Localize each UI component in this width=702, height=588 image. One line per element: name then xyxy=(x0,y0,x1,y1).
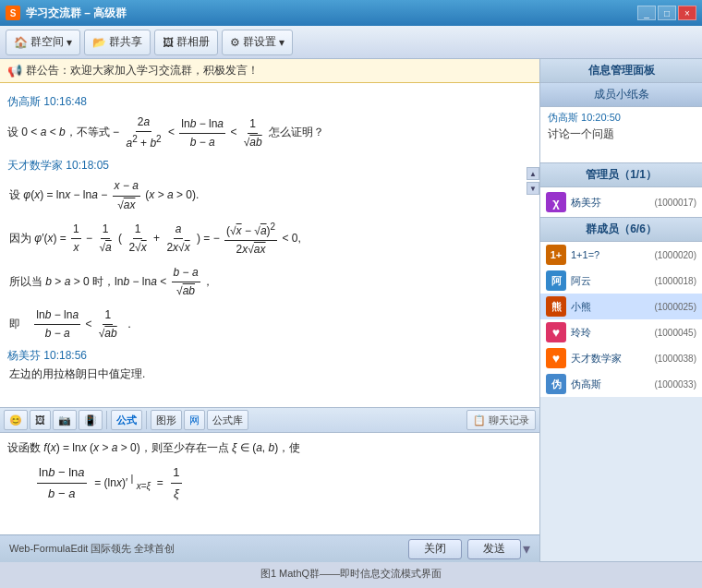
member-id-1: (1000018) xyxy=(654,276,696,286)
title-bar-left: S 学习交流群 – 高级群 xyxy=(6,6,127,21)
separator-1 xyxy=(106,411,107,429)
announcement-bar: 📢 群公告：欢迎大家加入学习交流群，积极发言！ xyxy=(0,59,539,83)
caption: 图1 MathQ群——即时信息交流模式界面 xyxy=(0,562,702,584)
chat-log-icon: 📋 xyxy=(473,414,486,426)
admin-section: 管理员（1/1） χ 杨美芬 (1000017) xyxy=(540,163,702,218)
info-management-title: 信息管理面板 xyxy=(540,59,702,83)
member-name-1: 阿云 xyxy=(571,274,649,288)
settings-dropdown-icon: ▾ xyxy=(279,36,284,49)
msg-content-2: 设 φ(x) = lnx − lna − x − a √ax (x > a > … xyxy=(9,177,532,342)
home-icon: 🏠 xyxy=(14,36,28,49)
input-content: 设函数 f(x) = lnx (x > a > 0)，则至少存在一点 ξ ∈ (… xyxy=(7,438,532,505)
member-item-0[interactable]: 1+ 1+1=? (1000020) xyxy=(540,242,702,268)
member-avatar-4: ♥ xyxy=(546,348,566,368)
image-button[interactable]: 🖼 xyxy=(30,410,51,430)
member-name-5: 伪高斯 xyxy=(571,378,649,391)
info-text: 讨论一个问题 xyxy=(548,126,695,142)
screenshot-button[interactable]: 📷 xyxy=(53,410,77,430)
member-id-4: (1000038) xyxy=(654,354,696,364)
window-close-button[interactable]: × xyxy=(678,6,696,20)
member-avatar-1: 阿 xyxy=(546,270,566,291)
group-share-button[interactable]: 📂 群共享 xyxy=(84,30,151,55)
group-space-button[interactable]: 🏠 群空间 ▾ xyxy=(6,30,80,55)
member-name-0: 1+1=? xyxy=(571,249,649,260)
member-item-5[interactable]: 伪 伪高斯 (1000033) xyxy=(540,371,702,397)
msg-sender-2: 天才数学家 10:18:05 xyxy=(7,158,532,174)
member-id-0: (1000020) xyxy=(654,250,696,260)
minimize-button[interactable]: _ xyxy=(637,6,656,20)
window-controls: _ □ × xyxy=(637,6,696,20)
announcement-text: 群公告：欢迎大家加入学习交流群，积极发言！ xyxy=(26,63,259,78)
info-content: 伪高斯 10:20:50 讨论一个问题 xyxy=(540,107,702,162)
msg-content-1: 设 0 < a < b，不等式 − 2a a2 + b2 < lnb − lna… xyxy=(7,114,532,152)
web-button[interactable]: 网 xyxy=(184,410,205,430)
announcement-icon: 📢 xyxy=(7,64,22,78)
photo-icon: 🖼 xyxy=(163,36,174,49)
shake-button[interactable]: 📳 xyxy=(79,410,103,430)
info-management-section: 信息管理面板 成员小纸条 伪高斯 10:20:50 讨论一个问题 xyxy=(540,59,702,163)
bottom-info: Web-FormulaEdit 国际领先 全球首创 xyxy=(9,542,176,556)
member-avatar-3: ♥ xyxy=(546,322,566,342)
bottom-bar: Web-FormulaEdit 国际领先 全球首创 关闭 发送 ▾ xyxy=(0,534,539,562)
dropdown-arrow-icon: ▾ xyxy=(67,36,72,49)
scroll-up-arrow[interactable]: ▲ xyxy=(526,167,539,180)
member-item-3[interactable]: ♥ 玲玲 (1000045) xyxy=(540,319,702,345)
member-avatar-0: 1+ xyxy=(546,245,566,265)
admin-id-0: (1000017) xyxy=(654,198,696,208)
formula-library-button[interactable]: 公式库 xyxy=(207,410,248,430)
settings-icon: ⚙ xyxy=(230,36,240,49)
member-notes-title: 成员小纸条 xyxy=(540,83,702,107)
message-2: 天才数学家 10:18:05 设 φ(x) = lnx − lna − x − … xyxy=(7,158,532,342)
caption-text: 图1 MathQ群——即时信息交流模式界面 xyxy=(260,567,442,581)
main-layout: 📢 群公告：欢迎大家加入学习交流群，积极发言！ 伪高斯 10:16:48 设 0… xyxy=(0,59,702,562)
admin-title: 管理员（1/1） xyxy=(540,163,702,187)
member-item-2[interactable]: 熊 小熊 (1000025) xyxy=(540,294,702,319)
left-panel: 📢 群公告：欢迎大家加入学习交流群，积极发言！ 伪高斯 10:16:48 设 0… xyxy=(0,59,540,562)
member-id-3: (1000045) xyxy=(654,328,696,338)
group-settings-button[interactable]: ⚙ 群设置 ▾ xyxy=(222,30,293,55)
close-button[interactable]: 关闭 xyxy=(408,539,462,559)
input-area[interactable]: 设函数 f(x) = lnx (x > a > 0)，则至少存在一点 ξ ∈ (… xyxy=(0,433,539,534)
send-button[interactable]: 发送 xyxy=(467,539,521,559)
input-toolbar: 😊 🖼 📷 📳 公式 图形 网 公式库 📋 聊天记录 xyxy=(0,407,539,433)
right-panel: 信息管理面板 成员小纸条 伪高斯 10:20:50 讨论一个问题 管理员（1/1… xyxy=(540,59,702,562)
message-1: 伪高斯 10:16:48 设 0 < a < b，不等式 − 2a a2 + b… xyxy=(7,94,532,152)
bottom-buttons: 关闭 发送 ▾ xyxy=(408,539,530,559)
chat-log-button[interactable]: 📋 聊天记录 xyxy=(466,410,536,430)
info-sender: 伪高斯 10:20:50 xyxy=(548,111,695,125)
group-member-list[interactable]: 1+ 1+1=? (1000020) 阿 阿云 (1000018) 熊 小熊 (… xyxy=(540,242,702,397)
admin-avatar-0: χ xyxy=(546,192,566,212)
member-item-4[interactable]: ♥ 天才数学家 (1000038) xyxy=(540,345,702,371)
separator-2 xyxy=(146,411,147,429)
member-avatar-5: 伪 xyxy=(546,374,566,394)
member-id-2: (1000025) xyxy=(654,302,696,312)
title-bar: S 学习交流群 – 高级群 _ □ × xyxy=(0,0,702,26)
admin-name-0: 杨美芬 xyxy=(571,196,649,210)
send-area: 发送 ▾ xyxy=(467,539,530,559)
member-name-2: 小熊 xyxy=(571,300,649,314)
main-toolbar: 🏠 群空间 ▾ 📂 群共享 🖼 群相册 ⚙ 群设置 ▾ xyxy=(0,26,702,59)
window-title: 学习交流群 – 高级群 xyxy=(26,6,127,21)
scroll-down-arrow[interactable]: ▼ xyxy=(526,182,539,195)
send-dropdown-icon[interactable]: ▾ xyxy=(523,540,530,558)
admin-list: χ 杨美芬 (1000017) xyxy=(540,187,702,217)
member-item-1[interactable]: 阿 阿云 (1000018) xyxy=(540,268,702,294)
msg-content-3: 左边的用拉格朗日中值定理. xyxy=(9,366,532,383)
admin-item-0[interactable]: χ 杨美芬 (1000017) xyxy=(540,189,702,215)
member-name-3: 玲玲 xyxy=(571,326,649,340)
msg-sender-3: 杨美芬 10:18:56 xyxy=(7,348,532,364)
group-album-button[interactable]: 🖼 群相册 xyxy=(154,30,218,55)
maximize-button[interactable]: □ xyxy=(658,6,676,20)
shape-button[interactable]: 图形 xyxy=(151,410,182,430)
chat-area[interactable]: 伪高斯 10:16:48 设 0 < a < b，不等式 − 2a a2 + b… xyxy=(0,83,539,407)
member-avatar-2: 熊 xyxy=(546,296,566,317)
member-id-5: (1000033) xyxy=(654,379,696,390)
msg-sender-1: 伪高斯 10:16:48 xyxy=(7,94,532,110)
emoji-button[interactable]: 😊 xyxy=(4,410,28,430)
message-3: 杨美芬 10:18:56 左边的用拉格朗日中值定理. xyxy=(7,348,532,383)
group-members-section: 群成员（6/6） 1+ 1+1=? (1000020) 阿 阿云 (100001… xyxy=(540,218,702,562)
share-icon: 📂 xyxy=(92,36,106,49)
group-members-title: 群成员（6/6） xyxy=(540,218,702,242)
formula-button[interactable]: 公式 xyxy=(111,410,142,430)
member-name-4: 天才数学家 xyxy=(571,352,649,366)
